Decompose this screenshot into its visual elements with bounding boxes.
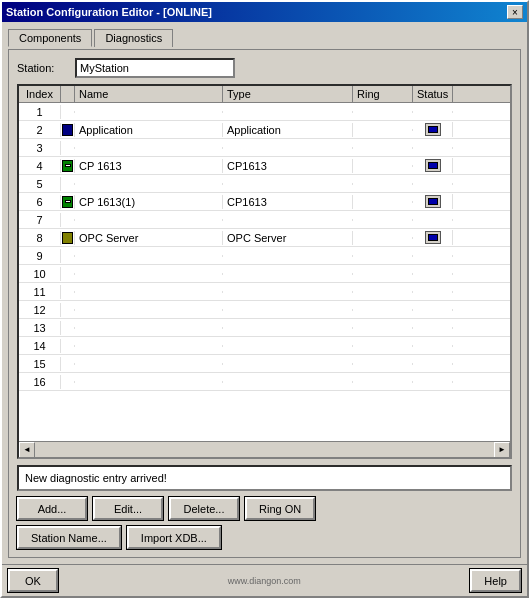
table-row[interactable]: 6CP 1613(1)CP1613 — [19, 193, 510, 211]
cell-ring — [353, 237, 413, 239]
station-row: Station: — [17, 58, 512, 78]
cell-ring — [353, 327, 413, 329]
col-ring: Ring — [353, 86, 413, 102]
cell-name — [75, 327, 223, 329]
station-name-button[interactable]: Station Name... — [17, 526, 121, 549]
table-row[interactable]: 11 — [19, 283, 510, 301]
status-icon — [425, 231, 441, 244]
cell-row-icon — [61, 147, 75, 149]
cell-index: 15 — [19, 357, 61, 371]
tab-components[interactable]: Components — [8, 29, 92, 47]
add-button[interactable]: Add... — [17, 497, 87, 520]
cell-type: CP1613 — [223, 195, 353, 209]
cell-type — [223, 309, 353, 311]
cell-index: 8 — [19, 231, 61, 245]
cell-index: 12 — [19, 303, 61, 317]
table-row[interactable]: 9 — [19, 247, 510, 265]
table-row[interactable]: 15 — [19, 355, 510, 373]
title-bar: Station Configuration Editor - [ONLINE] … — [2, 2, 527, 22]
tab-diagnostics[interactable]: Diagnostics — [94, 29, 173, 47]
table-row[interactable]: 16 — [19, 373, 510, 391]
cell-name — [75, 147, 223, 149]
cell-status — [413, 291, 453, 293]
cell-index: 6 — [19, 195, 61, 209]
cell-ring — [353, 309, 413, 311]
cell-name — [75, 309, 223, 311]
scroll-track[interactable] — [35, 442, 494, 457]
main-window: Station Configuration Editor - [ONLINE] … — [0, 0, 529, 598]
table-row[interactable]: 5 — [19, 175, 510, 193]
cell-row-icon — [61, 183, 75, 185]
col-type: Type — [223, 86, 353, 102]
station-input[interactable] — [75, 58, 235, 78]
cell-type — [223, 273, 353, 275]
table-row[interactable]: 13 — [19, 319, 510, 337]
cell-index: 9 — [19, 249, 61, 263]
cell-status — [413, 230, 453, 245]
cell-type — [223, 147, 353, 149]
help-button[interactable]: Help — [470, 569, 521, 592]
cell-status — [413, 158, 453, 173]
tab-bar: Components Diagnostics — [8, 28, 521, 46]
table-row[interactable]: 4CP 1613CP1613 — [19, 157, 510, 175]
cell-row-icon — [61, 291, 75, 293]
cell-row-icon — [61, 195, 75, 209]
cell-row-icon — [61, 231, 75, 245]
cell-status — [413, 363, 453, 365]
table-row[interactable]: 8OPC ServerOPC Server — [19, 229, 510, 247]
table-row[interactable]: 2ApplicationApplication — [19, 121, 510, 139]
close-button[interactable]: × — [507, 5, 523, 19]
cell-row-icon — [61, 255, 75, 257]
ok-button[interactable]: OK — [8, 569, 58, 592]
horizontal-scrollbar[interactable]: ◄ ► — [19, 441, 510, 457]
cell-row-icon — [61, 219, 75, 221]
button-row-2: Station Name... Import XDB... — [17, 526, 512, 549]
cell-status — [413, 183, 453, 185]
scroll-right-arrow[interactable]: ► — [494, 442, 510, 458]
cell-type — [223, 255, 353, 257]
col-status: Status — [413, 86, 453, 102]
cell-index: 5 — [19, 177, 61, 191]
cell-name: CP 1613(1) — [75, 195, 223, 209]
components-table: Index Name Type Ring Status 12Applicatio… — [17, 84, 512, 459]
delete-button[interactable]: Delete... — [169, 497, 239, 520]
table-row[interactable]: 12 — [19, 301, 510, 319]
table-row[interactable]: 3 — [19, 139, 510, 157]
cell-name — [75, 381, 223, 383]
table-row[interactable]: 1 — [19, 103, 510, 121]
cell-ring — [353, 381, 413, 383]
cell-index: 16 — [19, 375, 61, 389]
cell-name — [75, 345, 223, 347]
table-row[interactable]: 10 — [19, 265, 510, 283]
cell-ring — [353, 129, 413, 131]
cell-ring — [353, 363, 413, 365]
cell-index: 4 — [19, 159, 61, 173]
cell-index: 11 — [19, 285, 61, 299]
ring-on-button[interactable]: Ring ON — [245, 497, 315, 520]
cell-row-icon — [61, 381, 75, 383]
cell-index: 14 — [19, 339, 61, 353]
scroll-left-arrow[interactable]: ◄ — [19, 442, 35, 458]
opc-icon — [62, 232, 73, 244]
import-xdb-button[interactable]: Import XDB... — [127, 526, 221, 549]
cell-status — [413, 327, 453, 329]
cell-name — [75, 273, 223, 275]
table-body: 12ApplicationApplication34CP 1613CP16135… — [19, 103, 510, 441]
cell-ring — [353, 219, 413, 221]
table-row[interactable]: 14 — [19, 337, 510, 355]
cell-type — [223, 345, 353, 347]
station-label: Station: — [17, 62, 67, 74]
cell-status — [413, 122, 453, 137]
cell-type — [223, 381, 353, 383]
edit-button[interactable]: Edit... — [93, 497, 163, 520]
table-row[interactable]: 7 — [19, 211, 510, 229]
cell-status — [413, 309, 453, 311]
diagnostic-bar: New diagnostic entry arrived! — [17, 465, 512, 491]
cell-name — [75, 363, 223, 365]
cell-type: CP1613 — [223, 159, 353, 173]
cell-index: 10 — [19, 267, 61, 281]
cell-row-icon — [61, 159, 75, 173]
cell-ring — [353, 111, 413, 113]
footer: OK www.diangon.com Help — [2, 564, 527, 596]
cell-row-icon — [61, 111, 75, 113]
